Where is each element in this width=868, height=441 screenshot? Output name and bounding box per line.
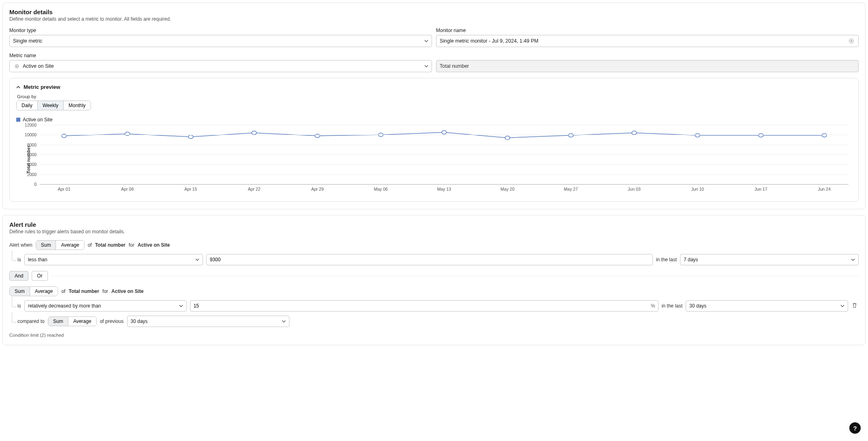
of-previous-label: of previous xyxy=(100,318,124,324)
for-label-2: for xyxy=(102,288,108,294)
of-label-2: of xyxy=(61,288,65,294)
svg-point-9 xyxy=(442,131,447,134)
clear-icon[interactable] xyxy=(848,37,855,45)
ytick: 4000 xyxy=(27,162,40,167)
cond2-pct-input[interactable] xyxy=(190,300,659,312)
legend-label: Active on Site xyxy=(23,117,52,123)
xtick: May 06 xyxy=(374,184,388,191)
cond1-metric-name: Active on Site xyxy=(138,242,170,248)
chevron-down-icon xyxy=(424,64,428,68)
cond2-prev-window-value: 30 days xyxy=(131,318,148,324)
cond1-window-value: 7 days xyxy=(684,257,698,262)
metric-preview-header: Metric preview xyxy=(24,84,60,90)
group-by-weekly[interactable]: Weekly xyxy=(37,101,63,110)
svg-point-11 xyxy=(568,133,573,137)
cond2-agg-segment: Sum Average xyxy=(9,286,58,296)
cond1-is-label: is xyxy=(17,257,21,262)
group-by-monthly[interactable]: Monthly xyxy=(63,101,91,110)
cond2-compared-agg-sum[interactable]: Sum xyxy=(48,317,68,326)
cond2-comparator-select[interactable]: relatively decreased by more than xyxy=(24,300,187,312)
svg-point-6 xyxy=(252,131,257,135)
cond2-metric-name: Active on Site xyxy=(111,288,143,294)
cond2-header: Sum Average of Total number for Active o… xyxy=(9,286,859,296)
svg-point-12 xyxy=(632,131,637,135)
svg-point-10 xyxy=(505,136,510,140)
svg-point-14 xyxy=(758,133,763,137)
monitor-type-select[interactable]: Single metric xyxy=(9,35,432,47)
svg-point-13 xyxy=(695,133,700,137)
conj-or[interactable]: Or xyxy=(32,271,48,281)
cond2-comparator-value: relatively decreased by more than xyxy=(28,303,101,309)
cond2-prev-window-select[interactable]: 30 days xyxy=(127,316,289,327)
xtick: May 20 xyxy=(501,184,514,191)
metric-agg-readonly: Total number xyxy=(436,60,859,72)
cond2-agg-sum[interactable]: Sum xyxy=(10,287,30,296)
metric-name-select[interactable]: Active on Site xyxy=(9,60,432,72)
xtick: Apr 15 xyxy=(184,184,197,191)
cond2-compared-agg-average[interactable]: Average xyxy=(68,317,96,326)
metric-name-label: Metric name xyxy=(9,53,432,58)
cond1-agg-average[interactable]: Average xyxy=(56,241,84,250)
percent-suffix: % xyxy=(651,303,655,309)
monitor-details-title: Monitor details xyxy=(9,9,859,15)
chevron-down-icon xyxy=(424,39,428,43)
cond2-window-select[interactable]: 30 days xyxy=(686,300,848,312)
conj-and[interactable]: And xyxy=(9,271,28,281)
svg-point-5 xyxy=(188,135,193,139)
group-by-daily[interactable]: Daily xyxy=(17,101,37,110)
xtick: Apr 22 xyxy=(248,184,260,191)
cond1-comparator-value: less than xyxy=(28,257,48,262)
monitor-type-label: Monitor type xyxy=(9,28,432,33)
xtick: Apr 29 xyxy=(311,184,324,191)
metric-name-value: Active on Site xyxy=(23,63,54,69)
group-by-segment: Daily Weekly Monthly xyxy=(16,101,91,110)
chevron-down-icon xyxy=(179,304,183,308)
chart-ylabel: Total number xyxy=(26,146,31,174)
metric-preview-toggle[interactable]: Metric preview xyxy=(16,84,852,90)
ytick: 10000 xyxy=(25,132,40,137)
ytick: 2000 xyxy=(27,172,40,177)
ytick: 6000 xyxy=(27,152,40,157)
ytick: 0 xyxy=(34,182,40,187)
chart-container: Total number 020004000600080001000012000… xyxy=(16,125,852,194)
xtick: Jun 10 xyxy=(691,184,704,191)
alert-rule-title: Alert rule xyxy=(9,221,859,228)
cond1-agg-segment: Sum Average xyxy=(36,240,84,250)
metric-agg-value: Total number xyxy=(440,63,469,69)
conj-row: And Or xyxy=(9,271,859,281)
cond2-inlast-label: in the last xyxy=(662,303,682,309)
chart-plot: 020004000600080001000012000Apr 01Apr 08A… xyxy=(40,125,849,184)
delete-condition-button[interactable] xyxy=(851,302,859,310)
cond2-metric-agg: Total number xyxy=(69,288,99,294)
cond1-threshold-input[interactable] xyxy=(206,254,653,265)
chevron-down-icon xyxy=(282,319,286,323)
cond1-agg-sum[interactable]: Sum xyxy=(36,241,56,250)
monitor-type-value: Single metric xyxy=(13,38,42,44)
chevron-down-icon xyxy=(851,258,855,262)
condition-limit-text: Condition limit (2) reached xyxy=(9,333,859,338)
of-label-1: of xyxy=(88,242,92,248)
monitor-details-card: Monitor details Define monitor details a… xyxy=(2,2,866,209)
ytick: 12000 xyxy=(25,123,40,127)
monitor-name-value: Single metric monitor - Jul 9, 2024, 1:4… xyxy=(440,38,538,44)
cond2-agg-average[interactable]: Average xyxy=(30,287,58,296)
cond2-compared-agg-segment: Sum Average xyxy=(48,316,97,326)
xtick: Jun 03 xyxy=(628,184,641,191)
cond1-metric-agg: Total number xyxy=(95,242,125,248)
chevron-up-icon xyxy=(16,85,20,89)
cond1-body: is less than in the last 7 days xyxy=(9,254,859,265)
svg-point-15 xyxy=(822,133,827,137)
cond1-window-select[interactable]: 7 days xyxy=(680,254,859,265)
alert-rule-subtitle: Define rules to trigger alerts based on … xyxy=(9,229,859,234)
chevron-down-icon xyxy=(195,258,199,262)
monitor-name-input[interactable]: Single metric monitor - Jul 9, 2024, 1:4… xyxy=(436,35,859,47)
target-icon xyxy=(13,62,20,70)
xtick: Apr 01 xyxy=(58,184,70,191)
ytick: 8000 xyxy=(27,142,40,147)
cond1-comparator-select[interactable]: less than xyxy=(24,254,203,265)
monitor-details-subtitle: Define monitor details and select a metr… xyxy=(9,16,859,22)
metric-preview-frame: Metric preview Group by Daily Weekly Mon… xyxy=(9,78,859,202)
xtick: Jun 24 xyxy=(818,184,831,191)
legend-swatch xyxy=(16,118,20,122)
cond2-window-value: 30 days xyxy=(689,303,706,309)
